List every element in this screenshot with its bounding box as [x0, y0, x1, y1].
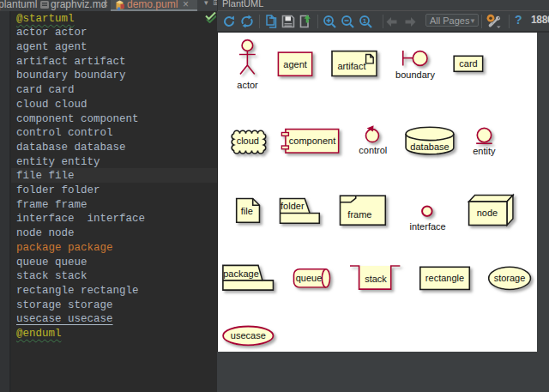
svg-text:usecase: usecase [231, 330, 266, 341]
svg-text:control: control [359, 145, 387, 155]
svg-text:artifact: artifact [337, 61, 365, 71]
svg-text:file: file [241, 206, 253, 216]
svg-text:package: package [223, 268, 259, 279]
svg-text:stack: stack [365, 274, 387, 284]
svg-text:boundary: boundary [395, 69, 435, 80]
svg-text:card: card [459, 58, 477, 69]
svg-text:actor: actor [237, 80, 258, 90]
svg-text:folder: folder [281, 201, 305, 211]
svg-text:node: node [477, 208, 498, 218]
svg-text:cloud: cloud [237, 136, 259, 146]
svg-text:interface: interface [409, 221, 445, 232]
svg-text:entity: entity [473, 146, 496, 156]
svg-text:1: 1 [363, 17, 367, 25]
svg-text:storage: storage [494, 273, 526, 283]
svg-text:queue: queue [296, 273, 323, 283]
svg-text:frame: frame [347, 209, 371, 220]
svg-text:agent: agent [283, 59, 307, 69]
svg-text:rectangle: rectangle [425, 273, 464, 283]
svg-text:component: component [289, 136, 335, 146]
svg-text:database: database [410, 142, 449, 152]
